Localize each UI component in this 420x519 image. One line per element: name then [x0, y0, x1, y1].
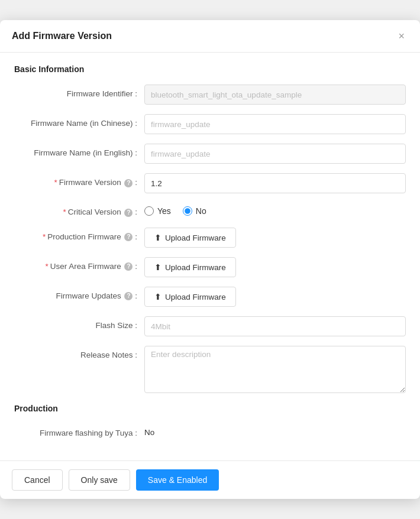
firmware-identifier-label: Firmware Identifier : — [14, 85, 144, 100]
release-notes-label: Release Notes : — [14, 346, 144, 361]
dialog-body: Basic Information Firmware Identifier : … — [0, 53, 420, 460]
user-area-firmware-upload-button[interactable]: ⬆ Upload Firmware — [144, 257, 236, 277]
cancel-button[interactable]: Cancel — [12, 469, 63, 491]
firmware-version-group: *Firmware Version ? : — [14, 173, 406, 193]
flash-size-input[interactable] — [144, 316, 406, 336]
only-save-button[interactable]: Only save — [69, 469, 130, 491]
add-firmware-dialog: Add Firmware Version × Basic Information… — [0, 20, 420, 499]
firmware-name-cn-input[interactable] — [144, 114, 406, 134]
release-notes-textarea[interactable] — [144, 346, 406, 393]
firmware-name-cn-group: Firmware Name (in Chinese) : — [14, 114, 406, 134]
production-firmware-upload-button[interactable]: ⬆ Upload Firmware — [144, 228, 236, 248]
dialog-footer: Cancel Only save Save & Enabled — [0, 460, 420, 499]
firmware-updates-group: Firmware Updates ? : ⬆ Upload Firmware — [14, 287, 406, 307]
user-area-firmware-label: *User Area Firmware ? : — [14, 257, 144, 273]
firmware-flashing-group: Firmware flashing by Tuya : No — [14, 424, 406, 439]
firmware-flashing-label: Firmware flashing by Tuya : — [14, 424, 144, 439]
critical-version-no-label[interactable]: No — [183, 206, 206, 216]
user-area-firmware-group: *User Area Firmware ? : ⬆ Upload Firmwar… — [14, 257, 406, 277]
dialog-title: Add Firmware Version — [12, 31, 112, 41]
critical-version-yes-label[interactable]: Yes — [144, 206, 171, 216]
firmware-name-cn-label: Firmware Name (in Chinese) : — [14, 114, 144, 129]
dialog-header: Add Firmware Version × — [0, 20, 420, 53]
firmware-flashing-value: No — [144, 424, 154, 437]
critical-version-label: *Critical Version ? : — [14, 203, 144, 218]
release-notes-group: Release Notes : — [14, 346, 406, 393]
critical-version-help-icon[interactable]: ? — [124, 209, 133, 217]
firmware-name-en-input[interactable] — [144, 144, 406, 164]
save-enabled-button[interactable]: Save & Enabled — [136, 469, 219, 491]
firmware-name-en-group: Firmware Name (in English) : — [14, 144, 406, 164]
flash-size-group: Flash Size : — [14, 316, 406, 336]
firmware-updates-upload-button[interactable]: ⬆ Upload Firmware — [144, 287, 236, 307]
required-star-prod: * — [43, 232, 46, 241]
firmware-updates-label: Firmware Updates ? : — [14, 287, 144, 302]
upload-icon-user: ⬆ — [154, 262, 161, 272]
critical-version-group: *Critical Version ? : Yes No — [14, 203, 406, 218]
firmware-name-en-label: Firmware Name (in English) : — [14, 144, 144, 159]
critical-version-no-radio[interactable] — [183, 206, 192, 216]
user-area-firmware-help-icon[interactable]: ? — [124, 262, 133, 271]
production-section-title: Production — [14, 404, 406, 413]
production-firmware-label: *Production Firmware ? : — [14, 228, 144, 243]
required-star-user: * — [45, 262, 48, 271]
firmware-identifier-input[interactable] — [144, 85, 406, 105]
close-button[interactable]: × — [395, 30, 408, 43]
firmware-version-help-icon[interactable]: ? — [124, 179, 133, 187]
firmware-version-input[interactable] — [144, 173, 406, 193]
required-star: * — [54, 178, 57, 187]
upload-icon-updates: ⬆ — [154, 292, 161, 301]
critical-version-yes-radio[interactable] — [144, 206, 154, 216]
critical-version-radio-group: Yes No — [144, 203, 206, 216]
flash-size-label: Flash Size : — [14, 316, 144, 332]
firmware-identifier-group: Firmware Identifier : — [14, 85, 406, 105]
production-firmware-help-icon[interactable]: ? — [124, 233, 133, 241]
production-firmware-group: *Production Firmware ? : ⬆ Upload Firmwa… — [14, 228, 406, 248]
basic-info-section-title: Basic Information — [14, 64, 406, 74]
upload-icon-prod: ⬆ — [154, 233, 161, 242]
firmware-version-label: *Firmware Version ? : — [14, 173, 144, 189]
required-star-critical: * — [63, 207, 66, 216]
firmware-updates-help-icon[interactable]: ? — [124, 292, 133, 300]
